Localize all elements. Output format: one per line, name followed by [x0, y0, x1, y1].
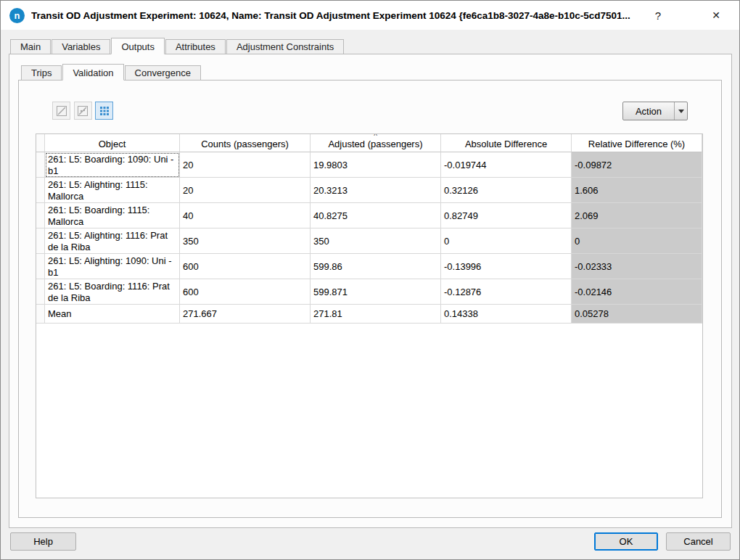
cell-adjusted[interactable]: 19.9803: [311, 152, 441, 178]
row-header[interactable]: [36, 279, 45, 305]
subtab-trips[interactable]: Trips: [21, 65, 62, 80]
cell-counts[interactable]: 350: [180, 228, 311, 254]
cell-counts[interactable]: 600: [180, 254, 311, 279]
subtab-convergence[interactable]: Convergence: [125, 65, 201, 80]
main-tabbar: Main Variables Outputs Attributes Adjust…: [10, 38, 345, 54]
plot-view-button[interactable]: [52, 102, 70, 120]
cell-object[interactable]: 261: L5: Alighting: 1090: Uni -b1: [45, 254, 180, 279]
table-header-row: Object Counts (passengers) ^Adjusted (pa…: [36, 134, 702, 152]
table-row: 261: L5: Boarding: 1090: Uni -b1 20 19.9…: [36, 152, 702, 178]
tab-outputs[interactable]: Outputs: [111, 38, 165, 54]
tab-variables[interactable]: Variables: [52, 39, 110, 54]
ok-button[interactable]: OK: [594, 532, 658, 551]
cell-adjusted[interactable]: 350: [311, 228, 441, 254]
titlebar: n Transit OD Adjustment Experiment: 1062…: [1, 1, 739, 30]
dialog-window: n Transit OD Adjustment Experiment: 1062…: [0, 0, 740, 560]
cell-counts[interactable]: 20: [180, 152, 311, 178]
cell-adjusted[interactable]: 599.871: [311, 279, 441, 305]
cell-counts[interactable]: 40: [180, 203, 311, 228]
dropdown-arrow-icon: [674, 102, 687, 120]
plot-icon: [56, 105, 67, 117]
cell-relative-difference[interactable]: -0.02146: [572, 279, 702, 305]
cell-object[interactable]: 261: L5: Alighting: 1115: Mallorca: [45, 178, 180, 203]
table-row: 261: L5: Boarding: 1115: Mallorca 40 40.…: [36, 203, 702, 228]
cell-object[interactable]: 261: L5: Boarding: 1090: Uni -b1: [45, 152, 180, 178]
tab-adjustment-constraints[interactable]: Adjustment Constraints: [226, 39, 344, 54]
sort-ascending-icon: ^: [374, 134, 377, 140]
row-header[interactable]: [36, 203, 45, 228]
column-header-counts[interactable]: Counts (passengers): [180, 134, 311, 152]
validation-table: Object Counts (passengers) ^Adjusted (pa…: [36, 133, 703, 498]
validation-pane: Action Object Counts (passengers) ^Adjus…: [18, 80, 722, 518]
column-header-adjusted[interactable]: ^Adjusted (passengers): [311, 134, 441, 152]
cell-relative-difference[interactable]: -0.09872: [572, 152, 702, 178]
cell-relative-difference[interactable]: 1.606: [572, 178, 702, 203]
cell-counts[interactable]: 20: [180, 178, 311, 203]
cell-absolute-difference[interactable]: 0.82749: [441, 203, 572, 228]
validation-toolbar: Action: [52, 102, 712, 121]
table-row: 261: L5: Boarding: 1116: Prat de la Riba…: [36, 279, 702, 305]
tab-main[interactable]: Main: [10, 39, 51, 54]
row-header[interactable]: [36, 305, 45, 324]
row-header[interactable]: [36, 228, 45, 254]
app-logo-icon: n: [9, 8, 25, 23]
table-row-mean: Mean 271.667 271.81 0.14338 0.05278: [36, 305, 702, 324]
outputs-subtabbar: Trips Validation Convergence: [21, 64, 202, 80]
cell-adjusted[interactable]: 40.8275: [311, 203, 441, 228]
grid-view-button[interactable]: [95, 102, 113, 120]
cell-object[interactable]: Mean: [45, 305, 180, 324]
titlebar-help-button[interactable]: ?: [646, 1, 670, 30]
cancel-button[interactable]: Cancel: [666, 532, 731, 551]
row-header[interactable]: [36, 178, 45, 203]
help-button[interactable]: Help: [10, 532, 76, 551]
regression-view-button[interactable]: [74, 102, 92, 120]
cell-absolute-difference[interactable]: 0.32126: [441, 178, 572, 203]
table-corner: [36, 134, 45, 152]
cell-counts[interactable]: 271.667: [180, 305, 311, 324]
column-header-relative-difference[interactable]: Relative Difference (%): [572, 134, 702, 152]
row-header[interactable]: [36, 152, 45, 178]
column-header-label: Adjusted (passengers): [328, 139, 422, 149]
table-row: 261: L5: Alighting: 1090: Uni -b1 600 59…: [36, 254, 702, 279]
cell-object[interactable]: 261: L5: Boarding: 1116: Prat de la Riba: [45, 279, 180, 305]
column-header-label: Object: [99, 139, 126, 149]
titlebar-close-button[interactable]: ✕: [700, 1, 732, 30]
tab-attributes[interactable]: Attributes: [165, 39, 226, 54]
cell-object[interactable]: 261: L5: Alighting: 1116: Prat de la Rib…: [45, 228, 180, 254]
window-title: Transit OD Adjustment Experiment: 10624,…: [31, 10, 630, 21]
action-dropdown-button[interactable]: Action: [622, 102, 688, 120]
subtab-validation[interactable]: Validation: [62, 64, 123, 81]
cell-absolute-difference[interactable]: -0.12876: [441, 279, 572, 305]
cell-relative-difference[interactable]: 0: [572, 228, 702, 254]
column-header-label: Relative Difference (%): [588, 139, 685, 149]
column-header-label: Counts (passengers): [201, 139, 289, 149]
grid-view-icon: [99, 105, 110, 117]
cell-relative-difference[interactable]: -0.02333: [572, 254, 702, 279]
cell-adjusted[interactable]: 271.81: [311, 305, 441, 324]
regression-plot-icon: [77, 105, 89, 117]
table-row: 261: L5: Alighting: 1116: Prat de la Rib…: [36, 228, 702, 254]
cell-absolute-difference[interactable]: -0.13996: [441, 254, 572, 279]
cell-relative-difference[interactable]: 2.069: [572, 203, 702, 228]
cell-relative-difference[interactable]: 0.05278: [572, 305, 702, 324]
cell-counts[interactable]: 600: [180, 279, 311, 305]
cell-object[interactable]: 261: L5: Boarding: 1115: Mallorca: [45, 203, 180, 228]
cell-adjusted[interactable]: 20.3213: [311, 178, 441, 203]
outputs-pane: Trips Validation Convergence: [9, 54, 732, 528]
row-header[interactable]: [36, 254, 45, 279]
cell-adjusted[interactable]: 599.86: [311, 254, 441, 279]
cell-absolute-difference[interactable]: 0: [441, 228, 572, 254]
column-header-absolute-difference[interactable]: Absolute Difference: [441, 134, 572, 152]
table-row: 261: L5: Alighting: 1115: Mallorca 20 20…: [36, 178, 702, 203]
column-header-object[interactable]: Object: [45, 134, 180, 152]
cell-absolute-difference[interactable]: 0.14338: [441, 305, 572, 324]
column-header-label: Absolute Difference: [465, 139, 547, 149]
action-button-label: Action: [623, 106, 674, 117]
cell-absolute-difference[interactable]: -0.019744: [441, 152, 572, 178]
